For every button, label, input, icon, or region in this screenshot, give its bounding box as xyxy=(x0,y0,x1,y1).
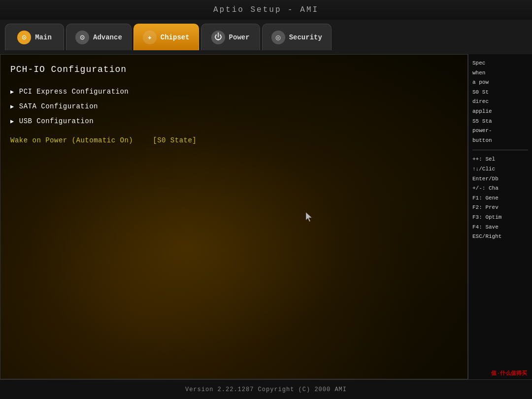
menu-item-usb[interactable]: ▶ USB Configuration xyxy=(10,116,458,127)
help-text: Spec when a pow S0 St direc applie S5 St… xyxy=(472,59,528,242)
advance-tab-icon: ⚙ xyxy=(75,31,89,44)
tab-security-label: Security xyxy=(289,33,322,41)
main-tab-icon: ⊙ xyxy=(17,31,31,44)
help-line-4: direc xyxy=(472,98,528,106)
tab-bar: ⊙ Main ⚙ Advance ✦ Chipset ⏻ Power ◎ Sec… xyxy=(0,20,532,54)
power-tab-icon: ⏻ xyxy=(211,31,225,44)
tab-power-label: Power xyxy=(229,33,250,41)
version-text: Version 2.22.1287 Copyright (C) 2000 AMI xyxy=(185,386,347,393)
help-nav-8: ESC/Right xyxy=(472,233,528,241)
help-nav-0: ++: Sel xyxy=(472,155,528,164)
watermark: 值·什么值得买 xyxy=(491,369,527,377)
tab-advance[interactable]: ⚙ Advance xyxy=(66,24,132,50)
help-line-2: a pow xyxy=(472,78,528,87)
menu-item-sata[interactable]: ▶ SATA Configuration xyxy=(10,101,458,112)
usb-label: USB Configuration xyxy=(19,117,94,125)
tab-security[interactable]: ◎ Security xyxy=(262,24,332,50)
help-nav-4: F1: Gene xyxy=(472,194,528,203)
help-nav-5: F2: Prev xyxy=(472,203,528,212)
bezel: Aptio Setup - AMI ⊙ Main ⚙ Advance ✦ Chi… xyxy=(0,0,532,399)
tab-chipset-label: Chipset xyxy=(161,33,190,41)
tab-power[interactable]: ⏻ Power xyxy=(201,24,260,50)
menu-item-pci[interactable]: ▶ PCI Express Configuration xyxy=(10,86,458,97)
sata-arrow-icon: ▶ xyxy=(10,103,14,110)
help-nav-2: Enter/Db xyxy=(472,175,528,184)
tab-chipset[interactable]: ✦ Chipset xyxy=(133,24,199,50)
pci-label: PCI Express Configuration xyxy=(19,88,129,96)
content-area: PCH-IO Configuration ▶ PCI Express Confi… xyxy=(0,54,532,379)
tab-main[interactable]: ⊙ Main xyxy=(5,24,64,50)
mouse-cursor xyxy=(306,212,313,225)
help-divider xyxy=(472,150,528,150)
help-line-1: when xyxy=(472,69,528,78)
tab-advance-label: Advance xyxy=(93,33,122,41)
help-line-5: applie xyxy=(472,107,528,116)
chipset-tab-icon: ✦ xyxy=(143,31,157,44)
setting-row-wake: Wake on Power (Automatic On) [S0 State] xyxy=(10,136,458,144)
help-line-6: S5 Sta xyxy=(472,117,528,126)
wake-setting-label: Wake on Power (Automatic On) xyxy=(10,136,133,144)
help-nav-6: F3: Optim xyxy=(472,213,528,222)
sata-label: SATA Configuration xyxy=(19,102,98,110)
help-line-8: button xyxy=(472,136,528,145)
help-nav-3: +/-: Cha xyxy=(472,184,528,193)
title-bar: Aptio Setup - AMI xyxy=(0,0,532,20)
help-line-7: power- xyxy=(472,127,528,135)
page-title: PCH-IO Configuration xyxy=(10,65,458,74)
version-bar: Version 2.22.1287 Copyright (C) 2000 AMI xyxy=(0,379,532,399)
wake-setting-value: [S0 State] xyxy=(153,136,197,144)
help-line-0: Spec xyxy=(472,59,528,68)
app-title: Aptio Setup - AMI xyxy=(213,5,319,14)
right-panel: Spec when a pow S0 St direc applie S5 St… xyxy=(468,54,532,379)
svg-marker-0 xyxy=(306,212,312,222)
tab-main-label: Main xyxy=(35,33,52,41)
usb-arrow-icon: ▶ xyxy=(10,118,14,125)
help-line-3: S0 St xyxy=(472,88,528,97)
help-nav-7: F4: Save xyxy=(472,223,528,232)
pci-arrow-icon: ▶ xyxy=(10,88,14,96)
help-nav-1: ↑↓/Clic xyxy=(472,165,528,174)
security-tab-icon: ◎ xyxy=(271,31,285,44)
left-panel: PCH-IO Configuration ▶ PCI Express Confi… xyxy=(0,54,468,379)
